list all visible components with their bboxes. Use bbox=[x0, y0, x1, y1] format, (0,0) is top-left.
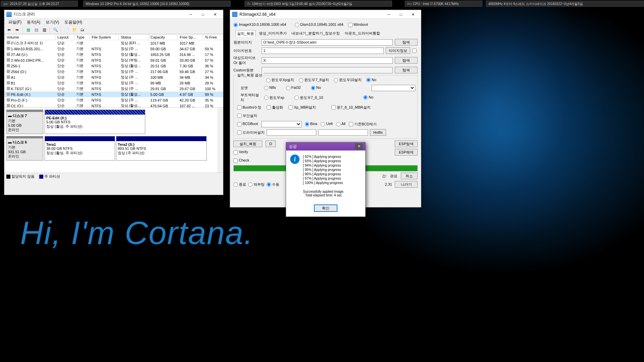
menu-item[interactable]: 도움말(H) bbox=[62, 19, 85, 25]
volume-row[interactable]: A1단순기본NTFS정상 (주 ...100 MB34 MB34 % bbox=[5, 74, 223, 80]
radio-option[interactable]: 재부팅 bbox=[248, 182, 265, 187]
forward-button[interactable]: ➡ bbox=[14, 26, 20, 33]
check-checkbox[interactable]: Check bbox=[233, 158, 249, 163]
maximize-button[interactable]: □ bbox=[197, 10, 209, 18]
install-restore-button[interactable]: 설치_복원 bbox=[233, 140, 262, 147]
disk-info[interactable]: ▬ 디스크 6기본931.51 GB온라인 bbox=[6, 136, 43, 161]
tab[interactable]: 설치_복원 bbox=[235, 30, 256, 37]
dialog-ok-button[interactable]: 확인 bbox=[314, 204, 337, 212]
partition[interactable]: Tera2 (S:)893.51 GB NTFS정상 (주 파티션) bbox=[116, 136, 207, 161]
action-button[interactable]: D bbox=[266, 140, 276, 147]
format-select[interactable] bbox=[372, 85, 415, 91]
target-drive-input[interactable] bbox=[262, 57, 393, 64]
column-header[interactable]: Type bbox=[74, 35, 89, 40]
radio-option[interactable]: No bbox=[366, 78, 376, 82]
menu-item[interactable]: 파일(F) bbox=[6, 19, 24, 25]
diskmgmt-titlebar[interactable]: 디스크 관리 ─ □ ✕ bbox=[4, 10, 223, 19]
radio-option[interactable]: Fat32 bbox=[286, 85, 301, 90]
volume-table[interactable]: VolumeLayoutTypeFile SystemStatusCapacit… bbox=[4, 34, 223, 107]
toolbar-icon[interactable]: 🔍 bbox=[52, 26, 59, 33]
volume-row[interactable]: Pro-D (F:)단순기본NTFS정상 (주 ...119.47 GB42.2… bbox=[5, 97, 223, 103]
custom-source-input[interactable] bbox=[262, 67, 393, 73]
close-button[interactable]: ✕ bbox=[209, 10, 221, 18]
volume-row[interactable]: 2T-All (U:)단순기본NTFS정상 (활성...1853.25 GB31… bbox=[5, 52, 223, 57]
verify-checkbox[interactable]: Verify bbox=[233, 150, 248, 155]
toolbar-icon[interactable]: 📁 bbox=[71, 26, 78, 33]
esp-search-button[interactable]: ESP탐색 bbox=[395, 140, 418, 147]
disk-info[interactable]: ▬ 디스크 7기본5.00 GB온라인 bbox=[6, 110, 43, 134]
close-button[interactable]: ✕ bbox=[407, 10, 419, 18]
bcdboot-select[interactable] bbox=[261, 121, 302, 127]
source-browse-button[interactable]: 탐색 bbox=[395, 39, 418, 46]
radio-option[interactable]: Uefi bbox=[321, 122, 333, 126]
volume-row[interactable]: 256-1단순기본NTFS정상 (활성...20.51 GB7.30 GB36 … bbox=[5, 63, 223, 69]
bootini-checkbox[interactable]: BootIni수정 bbox=[237, 105, 261, 110]
rsimagex-titlebar[interactable]: RSImageX2.66_x64 ─ □ ✕ bbox=[230, 10, 421, 19]
partition[interactable]: PE-Edit (X:)5.00 GB NTFS정상 (활성, 주 파티션) bbox=[45, 110, 145, 134]
unattend-checkbox[interactable]: 무인설치 bbox=[237, 113, 257, 118]
toolbar-icon[interactable]: 📄 bbox=[63, 26, 70, 33]
column-header[interactable]: Volume bbox=[5, 35, 55, 40]
radio-option[interactable]: 수동 bbox=[267, 182, 279, 187]
radio-option[interactable]: 윈도우10설치 bbox=[334, 77, 362, 82]
radio-option[interactable]: No bbox=[311, 85, 321, 90]
radio-option[interactable]: 윈도우Xp설치 bbox=[266, 77, 294, 82]
minimize-button[interactable]: ─ bbox=[383, 10, 395, 18]
dialog-close-button[interactable]: ✕ bbox=[355, 143, 363, 149]
tab[interactable]: 마운트_드라이버통합 bbox=[343, 30, 381, 37]
menu-item[interactable]: 보기(V) bbox=[43, 19, 62, 25]
driver-checkbox[interactable]: 드라이버설치 bbox=[237, 130, 265, 135]
image-index-input[interactable] bbox=[262, 48, 384, 54]
toolbar-icon[interactable]: 🗂 bbox=[79, 26, 86, 33]
custom-browse-button[interactable]: 탐색 bbox=[395, 67, 418, 73]
radio-option[interactable]: 윈도우xp bbox=[264, 95, 284, 100]
toolbar-icon[interactable]: ▦ bbox=[25, 26, 32, 33]
volume-row[interactable]: (디스크 3 파티션 1)단순기본정상 (EFI ...1017 MB1017 … bbox=[5, 40, 223, 46]
maximize-button[interactable]: □ bbox=[395, 10, 407, 18]
menu-item[interactable]: 동작(A) bbox=[24, 19, 43, 25]
volume-row[interactable]: 256d (D:)단순기본NTFS정상 (주 ...217.96 GB59.46… bbox=[5, 69, 223, 74]
minimize-button[interactable]: ─ bbox=[185, 10, 197, 18]
hotfix-button[interactable]: Hotfix bbox=[370, 129, 386, 136]
image-info-button[interactable]: 이미지정보 bbox=[386, 47, 410, 54]
volume-row[interactable]: 2-Win10.19H2.PR...단순기본NTFS정상 (부팅...59.01… bbox=[5, 57, 223, 63]
radio-option[interactable]: 윈도우7_8_10 bbox=[294, 95, 323, 100]
exit-button[interactable]: 나가기 bbox=[395, 181, 418, 188]
column-header[interactable]: % Free bbox=[203, 35, 223, 40]
volume-row[interactable]: PE-Edit (X:)단순기본NTFS정상 (활성...5.00 GB4.97… bbox=[5, 92, 223, 97]
wimboot-checkbox[interactable]: Wimboot bbox=[348, 22, 368, 27]
radio-option[interactable]: All bbox=[336, 122, 345, 126]
volume-row[interactable]: Q1 (Q:)단순기본NTFS정상 (활성...476.94 GB107.82 … bbox=[5, 103, 223, 107]
column-header[interactable]: Layout bbox=[55, 35, 74, 40]
driver-path-2[interactable] bbox=[318, 129, 368, 136]
column-header[interactable]: Status bbox=[119, 35, 149, 40]
column-header[interactable]: File System bbox=[90, 35, 119, 40]
radio-option[interactable]: No bbox=[363, 95, 373, 100]
dism-radio[interactable]: Dism10.0.18945.1001 x64 bbox=[295, 22, 343, 27]
tab[interactable]: 내보내기_분할하기_정보수정 bbox=[290, 30, 341, 37]
driver-path-1[interactable] bbox=[267, 129, 316, 136]
cancel-button[interactable]: 취소 bbox=[401, 173, 418, 179]
xpmbr-checkbox[interactable]: Xp_MBR설치 bbox=[288, 105, 316, 110]
radio-option[interactable]: 윈도우7_8설치 bbox=[299, 77, 329, 82]
tab[interactable]: 생성_이미지추가 bbox=[258, 30, 288, 37]
source-image-input[interactable] bbox=[262, 39, 393, 46]
disk-layout-panel[interactable]: ▬ 디스크 7기본5.00 GB온라인PE-Edit (X:)5.00 GB N… bbox=[4, 107, 223, 173]
imagex-radio[interactable]: ImageX10.0.18936.1000 x64 bbox=[233, 22, 286, 27]
bcdboot-checkbox[interactable]: BCDBoot bbox=[237, 122, 258, 126]
radio-option[interactable]: Ntfs bbox=[264, 85, 276, 90]
volume-row[interactable]: B1단순기본NTFS정상 (주 ...99 MB28 MB28 % bbox=[5, 80, 223, 86]
win78mbr-checkbox[interactable]: 윈7_8_10_MBR설치 bbox=[331, 105, 370, 110]
toolbar-icon[interactable]: ▤ bbox=[33, 26, 40, 33]
column-header[interactable]: Free Sp... bbox=[177, 35, 203, 40]
dialog-titlebar[interactable]: 성공 ✕ bbox=[286, 142, 365, 150]
partition[interactable]: Tera138.00 GB NTFS정상 (활성, 주 파티션) bbox=[45, 136, 115, 161]
volume-row[interactable]: K-TEST (G:)단순기본NTFS정상 (주 ...29.81 GB29.6… bbox=[5, 86, 223, 92]
toolbar-icon[interactable]: ▥ bbox=[41, 26, 48, 33]
bcdremove-checkbox[interactable]: 기존BCD제거 bbox=[349, 122, 377, 127]
volume-row[interactable]: 1-Win10.RS5.201...단순기본NTFS정상 (주 ...59.00… bbox=[5, 46, 223, 52]
esp-release-button[interactable]: ESP해제 bbox=[395, 149, 418, 156]
scrollbar[interactable] bbox=[218, 108, 223, 173]
activate-checkbox[interactable]: 활성화 bbox=[267, 105, 283, 110]
radio-option[interactable]: Bios bbox=[305, 122, 317, 126]
